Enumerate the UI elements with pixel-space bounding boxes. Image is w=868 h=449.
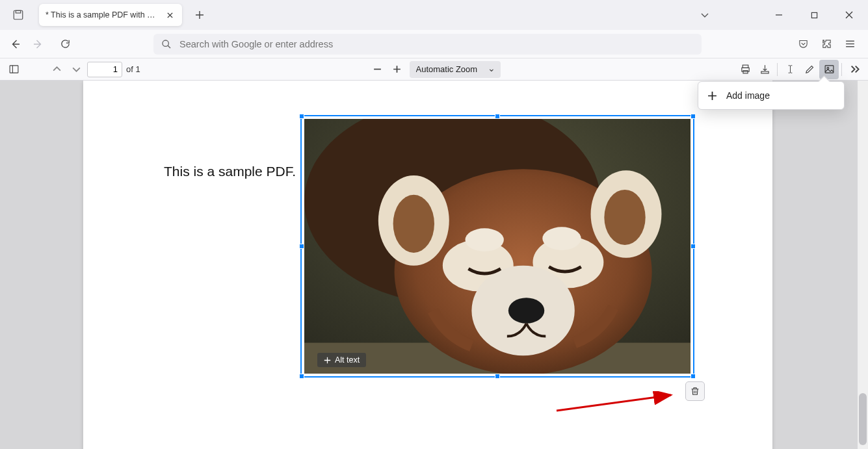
pdf-page[interactable]: This is a sample PDF. (83, 81, 772, 449)
resize-handle-r[interactable] (690, 244, 696, 249)
arrow-right-icon (32, 38, 44, 50)
delete-image-button[interactable] (685, 381, 705, 401)
maximize-icon (811, 12, 818, 19)
more-tools-button[interactable] (845, 60, 864, 79)
plus-icon (392, 64, 402, 74)
svg-rect-8 (761, 71, 768, 73)
prev-page-button[interactable] (47, 60, 66, 79)
arrow-left-icon (10, 38, 21, 50)
svg-point-23 (542, 227, 581, 250)
text-cursor-icon (785, 64, 796, 75)
toggle-sidebar-button[interactable] (4, 60, 23, 79)
svg-point-3 (163, 40, 168, 46)
svg-line-25 (557, 395, 671, 411)
resize-handle-l[interactable] (299, 244, 304, 249)
sidebar-icon (8, 64, 20, 75)
list-all-tabs-button[interactable] (695, 5, 715, 25)
image-icon (824, 64, 835, 75)
tab-title: * This is a sample PDF with an imag (46, 10, 159, 19)
back-button[interactable] (5, 34, 26, 55)
reload-icon (60, 38, 71, 49)
svg-rect-5 (743, 65, 748, 68)
trash-icon (690, 386, 700, 396)
pdf-viewer[interactable]: This is a sample PDF. (0, 81, 868, 449)
plus-icon (707, 91, 717, 101)
chevron-up-icon (52, 64, 62, 74)
plus-icon (324, 357, 331, 364)
next-page-button[interactable] (66, 60, 86, 79)
url-bar[interactable] (153, 34, 702, 55)
maximize-button[interactable] (804, 5, 824, 25)
image-content (304, 119, 690, 374)
text-tool-button[interactable] (780, 60, 800, 79)
zoom-select[interactable]: Automatic Zoom (410, 61, 501, 78)
resize-handle-bl[interactable] (299, 374, 304, 379)
svg-point-16 (393, 195, 434, 253)
new-tab-button[interactable] (190, 5, 209, 25)
reload-button[interactable] (55, 34, 75, 55)
svg-rect-7 (743, 71, 747, 73)
chevron-double-right-icon (849, 64, 860, 75)
svg-rect-0 (14, 10, 23, 19)
search-icon (161, 39, 172, 49)
red-panda-illustration (304, 119, 690, 374)
svg-rect-9 (825, 66, 834, 73)
zoom-in-button[interactable] (388, 60, 407, 79)
document-text: This is a sample PDF. (164, 164, 296, 179)
resize-handle-tr[interactable] (690, 114, 696, 119)
add-image-label: Add image (726, 90, 770, 101)
add-image-menu-item[interactable]: Add image (698, 86, 844, 105)
svg-point-24 (508, 298, 544, 324)
pdf-toolbar: of 1 Automatic Zoom (0, 58, 868, 81)
download-icon (759, 64, 770, 75)
image-tool-button[interactable] (819, 60, 839, 79)
close-window-button[interactable] (839, 5, 859, 25)
minus-icon (373, 64, 382, 74)
viewer-scrollbar[interactable] (858, 81, 868, 449)
alt-text-label: Alt text (335, 355, 360, 365)
window-controls (695, 5, 863, 25)
recent-icon (12, 9, 24, 21)
alt-text-button[interactable]: Alt text (317, 353, 366, 367)
draw-tool-button[interactable] (800, 60, 819, 79)
save-to-pocket-button[interactable] (793, 34, 813, 55)
tab-close-button[interactable] (164, 9, 176, 21)
resize-handle-br[interactable] (690, 374, 696, 379)
app-menu-button[interactable] (839, 34, 860, 55)
resize-handle-tl[interactable] (299, 114, 304, 119)
svg-rect-2 (811, 12, 817, 18)
svg-point-22 (466, 228, 504, 251)
svg-rect-4 (10, 66, 18, 73)
close-icon (845, 11, 853, 19)
chevron-down-icon (72, 64, 81, 74)
pencil-icon (804, 64, 815, 75)
forward-button[interactable] (27, 34, 48, 55)
close-icon (166, 12, 174, 19)
zoom-out-button[interactable] (368, 60, 388, 79)
minimize-icon (775, 11, 783, 19)
scrollbar-thumb[interactable] (859, 393, 867, 445)
recent-browsing-button[interactable] (9, 6, 27, 24)
print-button[interactable] (735, 60, 755, 79)
address-bar (0, 30, 868, 58)
download-button[interactable] (755, 60, 774, 79)
add-image-popover: Add image (698, 81, 845, 110)
svg-point-18 (604, 190, 645, 245)
page-number-input[interactable] (87, 62, 122, 77)
titlebar: * This is a sample PDF with an imag (0, 0, 868, 30)
address-input[interactable] (179, 39, 694, 49)
print-icon (740, 64, 751, 75)
selected-image[interactable]: Alt text (302, 116, 693, 376)
annotation-arrow (555, 391, 685, 417)
browser-tab[interactable]: * This is a sample PDF with an imag (39, 4, 182, 26)
pocket-icon (798, 38, 809, 49)
extensions-button[interactable] (816, 34, 837, 55)
minimize-button[interactable] (769, 5, 789, 25)
chevron-down-icon (700, 10, 709, 19)
puzzle-icon (821, 38, 832, 49)
resize-handle-b[interactable] (495, 374, 500, 379)
svg-rect-1 (16, 10, 21, 13)
hamburger-icon (845, 38, 856, 49)
resize-handle-t[interactable] (495, 114, 500, 119)
plus-icon (195, 10, 204, 19)
